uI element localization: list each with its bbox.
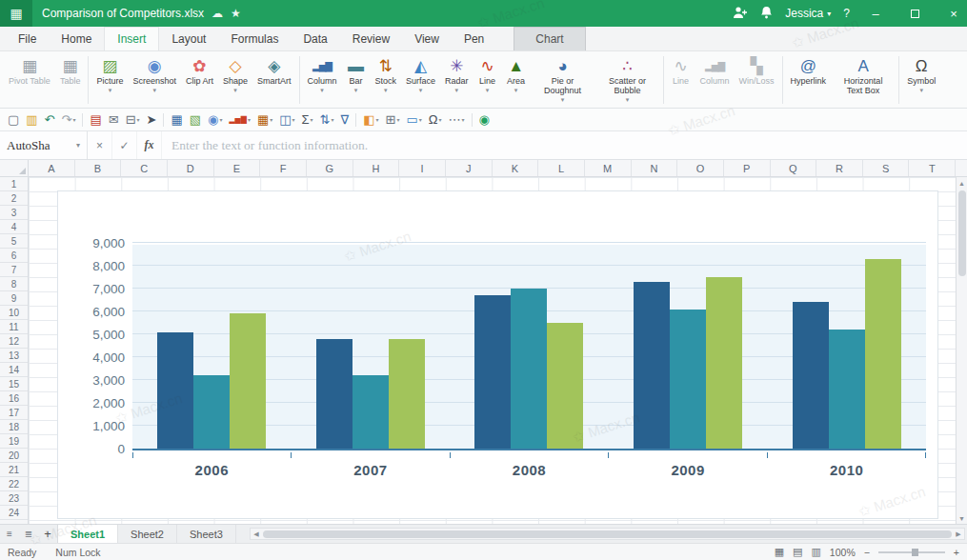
row-header-15[interactable]: 15	[0, 377, 28, 391]
row-header-23[interactable]: 23	[0, 491, 28, 506]
stock-button[interactable]: ⇅Stock▾	[371, 53, 402, 107]
invite-user-icon[interactable]	[733, 6, 748, 22]
picture-button[interactable]: ▨Picture▾	[91, 53, 128, 107]
column-header-s[interactable]: S	[863, 160, 910, 176]
row-header-19[interactable]: 19	[0, 434, 28, 449]
tab-chart[interactable]: Chart	[514, 27, 585, 50]
column-header-m[interactable]: M	[585, 160, 632, 176]
row-header-21[interactable]: 21	[0, 463, 28, 477]
row-header-13[interactable]: 13	[0, 349, 28, 363]
scatter-or-bubble-button[interactable]: ∴Scatter or Bubble▾	[595, 53, 660, 107]
hyperlink-button[interactable]: @Hyperlink	[786, 53, 832, 107]
clip-art-button[interactable]: ✿Clip Art	[181, 53, 218, 107]
new-document-icon[interactable]: ▢	[8, 113, 19, 126]
merge-cells-icon[interactable]: ▭▾	[406, 113, 421, 126]
scroll-right-icon[interactable]: ▶	[953, 530, 964, 538]
row-header-2[interactable]: 2	[0, 191, 28, 206]
row-header-7[interactable]: 7	[0, 263, 28, 277]
app-menu-button[interactable]: ▦	[0, 0, 32, 27]
insert-chart-icon[interactable]: ▂▅▇▾	[229, 116, 250, 124]
sheet-tab-sheet3[interactable]: Sheet3	[177, 525, 236, 543]
favorite-star-icon[interactable]: ★	[231, 7, 241, 20]
row-header-11[interactable]: 11	[0, 320, 28, 334]
add-sheet-button[interactable]: +	[38, 525, 57, 543]
row-header-5[interactable]: 5	[0, 234, 28, 249]
row-header-22[interactable]: 22	[0, 477, 28, 491]
row-header-17[interactable]: 17	[0, 406, 28, 420]
vertical-scrollbar[interactable]: ▲ ▼	[956, 177, 967, 524]
name-box[interactable]: AutoSha ▾	[0, 131, 88, 159]
insert-function-button[interactable]: fx	[137, 131, 162, 159]
horizontal-text-box-button[interactable]: AHorizontal Text Box	[831, 53, 896, 107]
row-header-8[interactable]: 8	[0, 277, 28, 291]
symbol-icon[interactable]: Ω▾	[429, 113, 442, 126]
tab-layout[interactable]: Layout	[159, 28, 218, 50]
column-header-g[interactable]: G	[307, 160, 353, 176]
cloud-save-icon[interactable]: ☁	[212, 7, 223, 20]
tab-pen[interactable]: Pen	[452, 28, 496, 50]
row-header-1[interactable]: 1	[0, 177, 28, 191]
user-account-menu[interactable]: Jessica ▾	[785, 7, 831, 20]
sheet-tab-sheet2[interactable]: Sheet2	[118, 525, 177, 543]
row-header-6[interactable]: 6	[0, 249, 28, 263]
column-header-r[interactable]: R	[816, 160, 863, 176]
pivot-table-icon[interactable]: ▦▾	[257, 113, 272, 126]
scroll-left-icon[interactable]: ◀	[251, 530, 262, 538]
screenshot-camera-icon[interactable]: ◉▾	[208, 113, 222, 126]
wps-cloud-sync-icon[interactable]: ◉	[479, 113, 490, 126]
row-header-16[interactable]: 16	[0, 391, 28, 406]
maximize-button[interactable]	[901, 0, 928, 27]
print-icon[interactable]: ⊟▾	[126, 113, 140, 126]
row-header-10[interactable]: 10	[0, 306, 28, 320]
row-header-20[interactable]: 20	[0, 449, 28, 463]
close-button[interactable]: ×	[940, 0, 967, 27]
zoom-slider-thumb[interactable]	[912, 549, 918, 556]
column-header-d[interactable]: D	[168, 160, 214, 176]
row-header-9[interactable]: 9	[0, 291, 28, 306]
smartart-button[interactable]: ◈SmartArt	[252, 53, 296, 107]
chart-object[interactable]: 20062007200820092010 01,0002,0003,0004,0…	[57, 190, 938, 519]
row-header-4[interactable]: 4	[0, 220, 28, 234]
pie-or-doughnut-button[interactable]: ◕Pie or Doughnut▾	[531, 53, 595, 107]
horizontal-scrollbar[interactable]: ◀ ▶	[250, 528, 965, 540]
row-header-24[interactable]: 24	[0, 506, 28, 520]
filter-icon[interactable]: ∇	[341, 113, 350, 126]
formula-input[interactable]	[162, 131, 967, 159]
screenshot-button[interactable]: ◉Screenshot▾	[128, 53, 181, 107]
radar-button[interactable]: ✳Radar▾	[440, 53, 473, 107]
column-button[interactable]: ▂▅▇Column▾	[303, 53, 342, 107]
shape-button[interactable]: ◇Shape▾	[218, 53, 252, 107]
borders-icon[interactable]: ⊞▾	[386, 113, 400, 126]
normal-view-icon[interactable]: ▦	[775, 546, 784, 558]
undo-icon[interactable]: ↶	[45, 113, 55, 126]
column-header-n[interactable]: N	[632, 160, 678, 176]
zoom-out-button[interactable]: −	[864, 547, 870, 558]
column-header-t[interactable]: T	[909, 160, 956, 176]
surface-button[interactable]: ◭Surface▾	[401, 53, 440, 107]
sheet-list-icon[interactable]: ≡	[0, 525, 19, 543]
bar-button[interactable]: ▬Bar▾	[342, 53, 371, 107]
area-button[interactable]: ▲Area▾	[502, 53, 531, 107]
sheet-options-icon[interactable]: ≣	[19, 525, 38, 543]
row-header-12[interactable]: 12	[0, 334, 28, 349]
tab-file[interactable]: File	[6, 28, 49, 50]
format-painter-icon[interactable]: ➤	[147, 113, 157, 126]
fill-color-icon[interactable]: ◧▾	[363, 113, 378, 126]
help-button[interactable]: ?	[843, 7, 850, 20]
column-header-h[interactable]: H	[353, 160, 400, 176]
column-header-a[interactable]: A	[29, 160, 75, 176]
vertical-scroll-thumb[interactable]	[958, 190, 966, 276]
cell-grid[interactable]: 20062007200820092010 01,0002,0003,0004,0…	[29, 177, 956, 524]
tab-data[interactable]: Data	[291, 28, 339, 50]
sort-icon[interactable]: ⇅▾	[320, 113, 334, 126]
sheet-tab-sheet1[interactable]: Sheet1	[57, 525, 118, 543]
tab-formulas[interactable]: Formulas	[218, 28, 291, 50]
zoom-level[interactable]: 100%	[830, 547, 856, 558]
column-header-j[interactable]: J	[446, 160, 493, 176]
zoom-slider[interactable]	[878, 551, 945, 553]
open-folder-icon[interactable]: ▥	[26, 113, 37, 126]
column-header-e[interactable]: E	[214, 160, 261, 176]
symbol-button[interactable]: ΩSymbol▾	[902, 53, 940, 107]
select-all-corner[interactable]	[0, 160, 29, 176]
row-header-3[interactable]: 3	[0, 206, 28, 220]
